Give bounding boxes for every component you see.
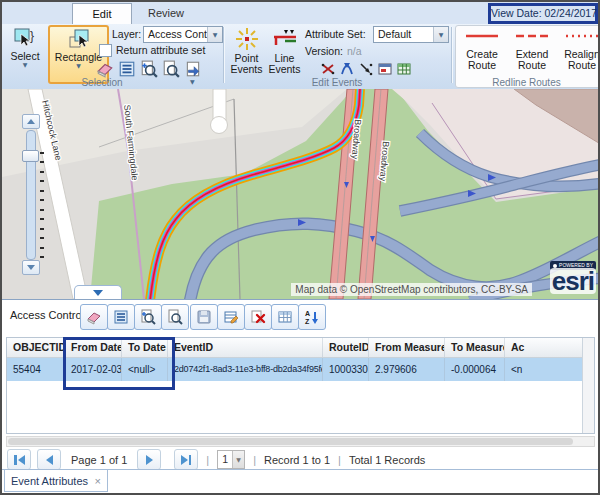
realign-route-button[interactable]: Realign Route — [559, 32, 600, 71]
last-page-button[interactable] — [174, 449, 198, 470]
panel-title: Access Control — [10, 309, 84, 321]
next-page-button[interactable] — [137, 449, 161, 470]
pan-to-selection-button[interactable] — [161, 304, 189, 330]
create-route-icon — [465, 32, 499, 40]
save-edits-button[interactable] — [190, 304, 218, 330]
esri-logo: POWERED BY esri — [534, 261, 596, 297]
pagination-bar: Page 1 of 1 | 1 ▼ | Record 1 to 1 | Tota… — [7, 449, 425, 470]
svg-text:A: A — [305, 310, 310, 317]
zoom-to-selection-button[interactable] — [134, 304, 162, 330]
event-editor-window: Map Edit Review View Date: 02/24/2017 } … — [0, 0, 600, 495]
zoom-handle[interactable] — [22, 150, 39, 162]
map-attribution: Map data © OpenStreetMap contributors, C… — [291, 283, 532, 296]
column-header[interactable]: From Measure — [369, 338, 445, 357]
event-attributes-panel: Access Control AZ OBJECTID From Date To … — [2, 299, 598, 470]
clear-selection-button[interactable] — [80, 304, 108, 330]
field-chooser-button[interactable] — [271, 304, 299, 330]
point-events-button[interactable]: Point Events — [228, 26, 265, 75]
first-page-button[interactable] — [7, 449, 31, 470]
select-tool-button[interactable]: } Select ▼ — [5, 26, 45, 68]
select-tool-icon: } — [13, 26, 37, 50]
view-date-annotation: View Date: 02/24/2017 — [488, 3, 598, 24]
column-header[interactable]: From Date — [65, 338, 122, 357]
selection-list-button[interactable] — [107, 304, 135, 330]
tab-review[interactable]: Review — [134, 4, 198, 23]
extend-route-icon — [515, 32, 549, 40]
rectangle-tool-icon — [67, 27, 91, 51]
record-total: Total 1 Records — [349, 454, 425, 466]
page-status: Page 1 of 1 — [71, 454, 127, 466]
line-events-icon — [272, 26, 298, 52]
selection-list-icon[interactable] — [118, 60, 136, 78]
version-value: n/a — [347, 45, 362, 57]
vertical-scrollbar[interactable] — [582, 338, 594, 433]
attribute-table: OBJECTID From Date To Date EventID Route… — [6, 337, 595, 434]
selection-group-label: Selection — [32, 77, 172, 88]
point-events-icon — [234, 26, 260, 52]
redline-group-label: Redline Routes — [455, 77, 598, 88]
zoom-to-selection-icon[interactable] — [140, 60, 158, 78]
zoom-out-button[interactable] — [22, 260, 40, 275]
tab-event-attributes[interactable]: Event Attributes × — [4, 470, 108, 492]
collapse-panel-button[interactable] — [74, 285, 122, 299]
column-header[interactable]: EventID — [168, 338, 323, 357]
ribbon-tab-bar: Map Edit Review View Date: 02/24/2017 — [2, 2, 598, 25]
basemap: Hitchcock Lane South Farmingdale Broadwa… — [2, 89, 598, 299]
previous-page-button[interactable] — [37, 449, 61, 470]
layer-dropdown[interactable]: Access Control ▼ — [143, 26, 223, 43]
page-select[interactable]: 1 ▼ — [217, 450, 245, 469]
group-divider — [223, 27, 224, 83]
footer-tab-bar: Event Attributes × — [2, 469, 598, 494]
chevron-down-icon[interactable]: ▼ — [190, 79, 195, 85]
column-header[interactable]: OBJECTID — [7, 338, 65, 357]
chevron-down-icon: ▼ — [207, 27, 222, 42]
chevron-down-icon: ▼ — [433, 27, 448, 42]
chevron-down-icon: ▼ — [232, 451, 244, 468]
column-header[interactable]: To Measure — [445, 338, 505, 357]
column-header[interactable]: RouteID — [323, 338, 369, 357]
column-header[interactable]: Ac — [505, 338, 585, 357]
delete-records-button[interactable] — [244, 304, 272, 330]
selection-options-icon[interactable] — [184, 60, 202, 78]
return-attribute-set-label: Return attribute set — [116, 44, 205, 56]
edit-attributes-button[interactable] — [217, 304, 245, 330]
return-attribute-set-checkbox[interactable] — [99, 44, 112, 57]
svg-text:}: } — [30, 29, 34, 43]
edit-events-group-label: Edit Events — [232, 77, 442, 88]
realign-route-icon — [565, 32, 599, 40]
record-range: Record 1 to 1 — [264, 454, 330, 466]
line-events-button[interactable]: Line Events — [266, 26, 303, 75]
svg-text:Z: Z — [305, 318, 310, 325]
scrollbar-thumb[interactable] — [8, 438, 573, 445]
table-row[interactable]: 55404 2017-02-03 <null> 2d0742f1-8ad3-11… — [7, 358, 585, 381]
close-icon[interactable]: × — [95, 475, 101, 487]
zoom-ticks — [40, 152, 44, 258]
group-divider — [451, 27, 452, 83]
layer-label: Layer: — [112, 28, 141, 40]
map-canvas[interactable]: Hitchcock Lane South Farmingdale Broadwa… — [2, 89, 598, 299]
column-header[interactable]: To Date — [122, 338, 168, 357]
version-label: Version: — [305, 45, 343, 57]
tab-edit[interactable]: Edit — [72, 3, 132, 25]
chevron-down-icon: ▼ — [23, 62, 28, 68]
clear-selection-icon[interactable] — [96, 60, 114, 78]
extend-route-button[interactable]: Extend Route — [509, 32, 555, 71]
attribute-set-label: Attribute Set: — [305, 28, 366, 40]
create-route-button[interactable]: Create Route — [459, 32, 505, 71]
chevron-down-icon: ▼ — [76, 63, 81, 69]
horizontal-scrollbar[interactable] — [6, 436, 595, 447]
collapse-arrow-icon — [93, 290, 103, 296]
zoom-in-button[interactable] — [22, 114, 40, 129]
table-header-row: OBJECTID From Date To Date EventID Route… — [7, 338, 585, 358]
attribute-set-dropdown[interactable]: Default ▼ — [373, 26, 449, 43]
pan-to-selection-icon[interactable] — [162, 60, 180, 78]
sort-records-button[interactable]: AZ — [298, 304, 326, 330]
ribbon: } Select ▼ Rectangle ▼ Layer: Access Con… — [2, 24, 598, 90]
